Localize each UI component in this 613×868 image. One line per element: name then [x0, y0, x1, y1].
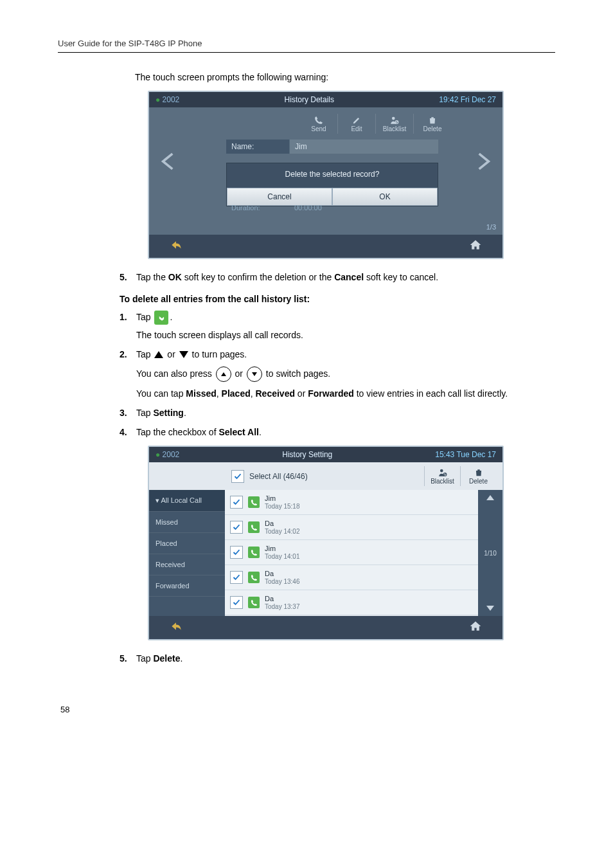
s2-step3: Tap Setting. — [136, 406, 555, 420]
row-checkbox[interactable] — [230, 596, 243, 609]
step-number-4: 4. — [120, 426, 136, 440]
outgoing-call-icon — [248, 521, 260, 533]
s2-step4: Tap the checkbox of Select All. — [136, 426, 555, 440]
list-item[interactable]: DaToday 13:46 — [225, 565, 478, 590]
running-header: User Guide for the SIP-T48G IP Phone — [58, 39, 555, 53]
row-checkbox[interactable] — [230, 571, 243, 584]
step5-body: Tap the OK soft key to confirm the delet… — [136, 271, 555, 285]
duration-label: Duration: — [226, 201, 289, 214]
trash-icon — [461, 467, 496, 478]
scroller: 1/10 — [478, 490, 502, 616]
page-indicator: 1/10 — [484, 550, 496, 557]
name-value: Jim — [289, 140, 438, 154]
key-up-icon — [216, 366, 231, 382]
row-checkbox[interactable] — [230, 546, 243, 559]
name-label: Name: — [226, 140, 289, 154]
outgoing-call-icon — [248, 547, 260, 558]
scroll-up-icon[interactable] — [486, 495, 494, 500]
s2-step2: Tap or to turn pages. You can also press… — [136, 348, 555, 401]
delete-button[interactable]: Delete — [413, 114, 451, 134]
dialog-message: Delete the selected record? — [227, 163, 438, 188]
list-item[interactable]: JimToday 15:18 — [225, 490, 478, 515]
outgoing-call-icon — [248, 496, 260, 508]
list-item[interactable]: JimToday 14:01 — [225, 540, 478, 565]
row-checkbox[interactable] — [230, 496, 243, 509]
screenshot-history-details: ● 2002 History Details 19:42 Fri Dec 27 … — [148, 91, 504, 259]
pager: 1/3 — [486, 223, 496, 231]
bottombar — [149, 616, 502, 639]
sidebar-item-received[interactable]: Received — [149, 554, 225, 575]
screenshot-history-setting: ● 2002 History Setting 15:43 Tue Dec 17 … — [148, 446, 504, 640]
confirm-dialog: Delete the selected record? Cancel OK — [226, 163, 438, 206]
triangle-down-icon — [179, 351, 188, 358]
edit-button[interactable]: Edit — [337, 114, 375, 134]
history-icon — [154, 311, 168, 325]
delete-button[interactable]: Delete — [460, 466, 496, 486]
row-checkbox[interactable] — [230, 521, 243, 534]
datetime: 15:43 Tue Dec 17 — [435, 450, 496, 459]
page-number: 58 — [60, 705, 555, 714]
titlebar: ● 2002 History Setting 15:43 Tue Dec 17 — [149, 447, 502, 462]
triangle-up-icon — [154, 351, 163, 358]
sidebar-item-forwarded[interactable]: Forwarded — [149, 575, 225, 597]
sidebar-item-placed[interactable]: Placed — [149, 533, 225, 554]
blacklist-button[interactable]: Blacklist — [375, 114, 413, 134]
key-down-icon — [247, 366, 262, 382]
trash-icon — [414, 115, 451, 125]
home-icon[interactable] — [469, 239, 482, 255]
s2-step1: Tap . The touch screen displays all call… — [136, 311, 555, 343]
call-list: JimToday 15:18 DaToday 14:02 JimToday 14… — [225, 490, 478, 616]
select-all-checkbox[interactable] — [231, 470, 244, 483]
name-field: Name: Jim — [226, 140, 438, 154]
back-icon[interactable] — [170, 620, 182, 636]
actionbar: Send Edit Blacklist Delete — [265, 110, 451, 137]
step-number-2: 2. — [120, 348, 136, 362]
bottombar — [149, 235, 502, 258]
pencil-icon — [338, 115, 375, 125]
scroll-down-icon[interactable] — [486, 606, 494, 611]
duration-field: Duration: 00:00:00 — [226, 201, 438, 214]
titlebar: ● 2002 History Details 19:42 Fri Dec 27 — [149, 92, 502, 107]
sidebar-item-all[interactable]: ▾ All Local Call — [149, 490, 225, 512]
sidebar: ▾ All Local Call Missed Placed Received … — [149, 490, 225, 616]
home-icon[interactable] — [469, 620, 482, 636]
select-all-label: Select All (46/46) — [249, 472, 308, 481]
svg-point-0 — [392, 116, 395, 120]
outgoing-call-icon — [248, 572, 260, 583]
section-title: To delete all entries from the call hist… — [120, 294, 555, 304]
step-number-3: 3. — [120, 406, 136, 420]
window-title: History Details — [285, 95, 334, 104]
blacklist-button[interactable]: Blacklist — [424, 466, 460, 486]
prev-record-arrow[interactable] — [149, 107, 186, 215]
outgoing-call-icon — [248, 597, 260, 608]
send-button[interactable]: Send — [300, 114, 337, 134]
phone-icon — [300, 115, 337, 125]
step-number-5b: 5. — [120, 652, 136, 666]
s2-step5: Tap Delete. — [136, 652, 555, 666]
sidebar-item-missed[interactable]: Missed — [149, 512, 225, 533]
user-blocked-icon — [425, 467, 460, 478]
extension-number: ● 2002 — [155, 450, 179, 459]
list-item[interactable]: DaToday 14:02 — [225, 515, 478, 540]
step-number-1: 1. — [120, 311, 136, 325]
actionbar: Select All (46/46) Blacklist Delete — [149, 462, 502, 490]
svg-point-2 — [440, 469, 443, 473]
window-title: History Setting — [282, 450, 332, 459]
datetime: 19:42 Fri Dec 27 — [439, 95, 496, 104]
list-item[interactable]: DaToday 13:37 — [225, 590, 478, 615]
next-record-arrow[interactable] — [465, 107, 502, 215]
intro-line: The touch screen prompts the following w… — [135, 71, 555, 84]
duration-value: 00:00:00 — [289, 201, 327, 214]
extension-number: ● 2002 — [155, 95, 179, 104]
user-blocked-icon — [376, 115, 413, 125]
back-icon[interactable] — [170, 239, 182, 255]
step-number-5: 5. — [120, 271, 136, 285]
